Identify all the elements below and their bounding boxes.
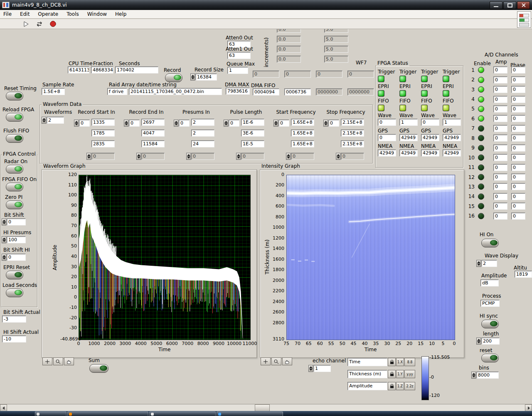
bit-shift-hi-spinner[interactable] xyxy=(2,254,6,261)
bins-input[interactable]: 8000 xyxy=(476,372,499,379)
horizontal-scrollbar[interactable] xyxy=(0,404,532,411)
value-input-2[interactable]: 2.15E+8 xyxy=(341,130,364,137)
phase-input[interactable]: 0 xyxy=(511,66,525,73)
axis-lock-button[interactable] xyxy=(388,382,396,390)
amp-input[interactable]: 0 xyxy=(493,183,507,190)
bins-spinner[interactable] xyxy=(471,372,476,379)
sum-button[interactable] xyxy=(89,364,108,373)
amp-input[interactable]: 0 xyxy=(493,154,507,161)
enable-led[interactable] xyxy=(478,184,484,190)
raid-drive-input[interactable]: f drive xyxy=(107,88,127,95)
amp-input[interactable]: 0 xyxy=(493,193,507,200)
zoom-tool-button[interactable] xyxy=(271,357,281,365)
wave-display-spinner[interactable] xyxy=(476,260,481,267)
reset-timing-button[interactable] xyxy=(6,92,23,100)
gray-row-spinner[interactable] xyxy=(286,153,291,160)
menu-item[interactable]: Edit xyxy=(20,11,30,17)
value-input-1[interactable]: 1.65E+8 xyxy=(291,119,314,126)
amp-input[interactable]: 0 xyxy=(493,86,507,93)
enable-led[interactable] xyxy=(478,193,484,200)
amp-input[interactable]: 0 xyxy=(493,96,507,103)
run-button[interactable] xyxy=(22,20,31,28)
value-input-3[interactable]: 11584 xyxy=(141,140,165,147)
load-seconds-button[interactable] xyxy=(6,289,23,297)
gray-row-spinner[interactable] xyxy=(336,153,340,160)
gray-row-spinner[interactable] xyxy=(186,153,191,160)
menu-item[interactable]: File xyxy=(3,11,12,17)
phase-input[interactable]: 0 xyxy=(511,105,525,113)
column-index-spinner[interactable] xyxy=(74,120,79,127)
enable-led[interactable] xyxy=(478,154,484,161)
pan-tool-button[interactable] xyxy=(282,357,292,365)
flush-fifo-button[interactable] xyxy=(6,134,23,143)
amp-input[interactable]: 0 xyxy=(493,174,507,181)
close-button[interactable] xyxy=(517,1,530,9)
enable-led[interactable] xyxy=(478,115,484,122)
enable-led[interactable] xyxy=(478,96,484,103)
enable-led[interactable] xyxy=(478,174,484,180)
enable-led[interactable] xyxy=(478,77,484,83)
amp-input[interactable]: 0 xyxy=(493,213,507,220)
value-input-2[interactable]: 2 xyxy=(191,130,214,137)
minimize-button[interactable] xyxy=(490,1,502,9)
process-ring[interactable]: PCMP xyxy=(480,300,500,307)
value-input-3[interactable]: 2.15E+8 xyxy=(341,140,364,147)
phase-input[interactable]: 0 xyxy=(511,213,525,220)
waveform-plot-area[interactable] xyxy=(79,175,251,340)
hi-sync-button[interactable] xyxy=(481,320,499,328)
value-input-1[interactable]: 1335 xyxy=(91,119,115,126)
hi-presums-input[interactable]: 100 xyxy=(7,236,26,243)
phase-input[interactable]: 0 xyxy=(511,125,525,132)
column-index-input[interactable]: 0 xyxy=(229,120,239,127)
color-ramp[interactable] xyxy=(421,356,429,400)
record-size-spinner[interactable] xyxy=(190,73,195,81)
zero-pi-button[interactable] xyxy=(6,201,23,209)
value-input-2[interactable]: 3E-6 xyxy=(241,130,264,137)
maximize-button[interactable] xyxy=(503,1,516,9)
waveforms-spinner[interactable] xyxy=(42,117,46,124)
axis-autoscale-button[interactable]: 1.Y xyxy=(396,370,404,378)
value-input-1[interactable]: 1E-6 xyxy=(241,119,264,126)
amp-input[interactable]: 0 xyxy=(493,164,507,171)
enable-led[interactable] xyxy=(478,203,484,209)
enable-led[interactable] xyxy=(478,135,484,141)
column-index-input[interactable]: 0 xyxy=(278,120,289,127)
scrollbar-thumb[interactable] xyxy=(255,404,270,411)
cursor-tool-button[interactable] xyxy=(42,357,52,365)
reload-fpga-button[interactable] xyxy=(6,113,23,122)
value-input-1[interactable]: 2.15E+8 xyxy=(341,119,364,126)
scroll-right-button[interactable] xyxy=(525,404,532,411)
gray-row-spinner[interactable] xyxy=(86,153,91,160)
phase-input[interactable]: 0 xyxy=(511,96,525,103)
phase-input[interactable]: 0 xyxy=(511,154,525,161)
echo-channel-input[interactable]: 1 xyxy=(313,365,331,372)
reset-button[interactable] xyxy=(481,354,499,362)
gray-row-spinner[interactable] xyxy=(236,153,241,160)
value-input-3[interactable]: 1.65E+8 xyxy=(291,140,314,147)
axis-format-button[interactable]: 8.8 xyxy=(404,358,415,366)
amp-input[interactable]: 0 xyxy=(493,144,507,152)
amp-input[interactable]: 0 xyxy=(493,76,507,83)
phase-input[interactable]: 0 xyxy=(511,115,525,122)
column-index-spinner[interactable] xyxy=(273,120,278,127)
value-input-3[interactable]: 1E-5 xyxy=(241,140,264,147)
menu-item[interactable]: Window xyxy=(87,11,107,17)
value-input-1[interactable]: 2697 xyxy=(141,119,165,126)
epri-reset-button[interactable] xyxy=(6,271,23,279)
length-spinner[interactable] xyxy=(476,338,481,345)
wave-display-input[interactable]: 2 xyxy=(481,260,497,267)
enable-led[interactable] xyxy=(478,67,484,73)
axis-autoscale-button[interactable]: 1.Z xyxy=(396,382,404,390)
value-input-3[interactable]: 2835 xyxy=(91,140,115,147)
column-index-input[interactable]: 0 xyxy=(129,120,140,127)
amp-input[interactable]: 0 xyxy=(493,203,507,210)
phase-input[interactable]: 0 xyxy=(511,86,525,93)
value-input-1[interactable]: 2 xyxy=(191,119,214,126)
column-index-spinner[interactable] xyxy=(174,120,178,127)
radar-on-button[interactable] xyxy=(6,165,23,174)
enable-led[interactable] xyxy=(478,125,484,132)
intensity-plot-area[interactable] xyxy=(286,175,455,340)
taskbar-window-button[interactable] xyxy=(217,411,283,416)
value-input-3[interactable]: 24 xyxy=(191,140,214,147)
axis-format-button[interactable]: y.yy xyxy=(404,370,415,378)
